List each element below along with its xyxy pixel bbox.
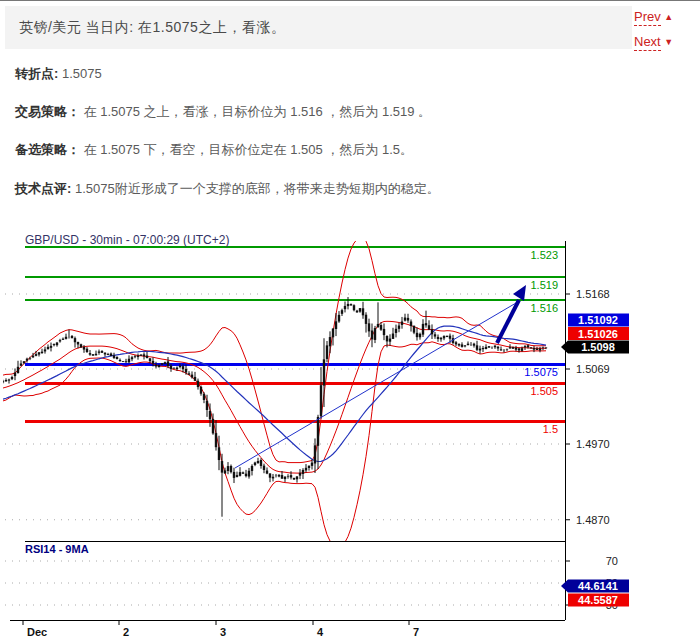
rsi-gridlines <box>5 561 565 605</box>
next-link[interactable]: Next ▼ <box>634 35 694 48</box>
comment-text: 1.5075附近形成了一个支撑的底部，将带来走势短期内的稳定。 <box>75 181 440 196</box>
price-axis-label: 1.5069 <box>576 363 610 375</box>
up-triangle-icon: ▲ <box>664 12 673 22</box>
rsi-title: RSI14 - 9MA <box>25 543 89 555</box>
svg-text:1.51092: 1.51092 <box>578 314 618 326</box>
trade-strategy-text: 在 1.5075 之上，看涨，目标价位为 1.516 ，然后为 1.519 。 <box>84 104 432 119</box>
chart-title: GBP/USD - 30min - 07:00:29 (UTC+2) <box>25 233 229 247</box>
trade-strategy-line: 交易策略： 在 1.5075 之上，看涨，目标价位为 1.516 ，然后为 1.… <box>15 103 431 121</box>
rsi-tags: 44.614144.5587 <box>561 580 629 607</box>
comment-label: 技术点评: <box>15 181 71 196</box>
price-axis-label: 1.4870 <box>576 514 610 526</box>
level-label-support-2: 1.5 <box>543 423 558 435</box>
page-title: 英镑/美元 当日内: 在1.5075之上，看涨。 <box>19 19 285 37</box>
ma2-price-tag: 1.51026 <box>568 327 629 340</box>
level-label-target-1: 1.516 <box>530 302 558 314</box>
title-bar: 英镑/美元 当日内: 在1.5075之上，看涨。 <box>5 6 632 49</box>
rsi-ma-line <box>12 561 510 604</box>
pivot-label: 转折点: <box>15 66 58 81</box>
rsi-level-label: 70 <box>606 555 618 567</box>
pager: Prev ▲ Next ▼ <box>634 10 694 60</box>
alt-strategy-label: 备选策略： <box>15 142 80 157</box>
rsi-line <box>12 559 510 609</box>
down-triangle-icon: ▼ <box>664 37 673 47</box>
rsi-ma-value-tag: 44.5587 <box>568 594 629 607</box>
level-label-pivot: 1.5075 <box>524 366 558 378</box>
price-axis-label: 1.4970 <box>576 438 610 450</box>
projection-arrow <box>497 285 526 343</box>
x-axis-label: 7 <box>413 626 419 638</box>
level-label-resistance-3: 1.523 <box>530 249 558 261</box>
price-axis-label: 1.5168 <box>576 288 610 300</box>
price-gridlines <box>5 294 565 520</box>
bollinger-middle <box>3 321 546 473</box>
pivot-value: 1.5075 <box>62 66 102 81</box>
price-tags: 1.510921.510261.5098 <box>561 314 629 354</box>
x-axis-labels: Dec2347 <box>27 626 419 638</box>
pivot-line: 转折点: 1.5075 <box>15 65 102 83</box>
axes <box>10 241 570 625</box>
last-price-tag: 1.5098 <box>561 341 629 354</box>
x-axis-label: 2 <box>123 626 129 638</box>
alt-strategy-text: 在 1.5075 下，看空，目标价位定在 1.505 ，然后为 1.5。 <box>84 142 413 157</box>
x-axis-label: 3 <box>220 626 226 638</box>
trade-strategy-label: 交易策略： <box>15 104 80 119</box>
alt-strategy-line: 备选策略： 在 1.5075 下，看空，目标价位定在 1.505 ，然后为 1.… <box>15 141 413 159</box>
x-axis-label: Dec <box>27 626 47 638</box>
comment-line: 技术点评: 1.5075附近形成了一个支撑的底部，将带来走势短期内的稳定。 <box>15 180 440 198</box>
level-label-support-1: 1.505 <box>530 385 558 397</box>
svg-text:1.51026: 1.51026 <box>578 328 618 340</box>
rsi-value-tag: 44.6141 <box>561 580 629 593</box>
svg-text:1.5098: 1.5098 <box>581 341 615 353</box>
ma1-price-tag: 1.51092 <box>568 314 629 327</box>
level-label-target-2: 1.519 <box>530 279 558 291</box>
svg-text:44.6141: 44.6141 <box>578 580 618 592</box>
chart-header: GBP/USD - 30min - 07:00:29 (UTC+2) <box>25 233 229 247</box>
price-rsi-chart: 1.51681.50691.49701.48701.5231.5191.5161… <box>0 229 700 642</box>
svg-text:44.5587: 44.5587 <box>578 594 618 606</box>
rsi-lines <box>12 559 510 609</box>
prev-link[interactable]: Prev ▲ <box>634 10 694 23</box>
rsi-header: RSI14 - 9MA <box>25 543 89 555</box>
bollinger-bands <box>3 237 546 548</box>
x-axis-label: 4 <box>317 626 324 638</box>
page: { "header": { "title": "英镑/美元 当日内: 在1.50… <box>0 0 700 642</box>
